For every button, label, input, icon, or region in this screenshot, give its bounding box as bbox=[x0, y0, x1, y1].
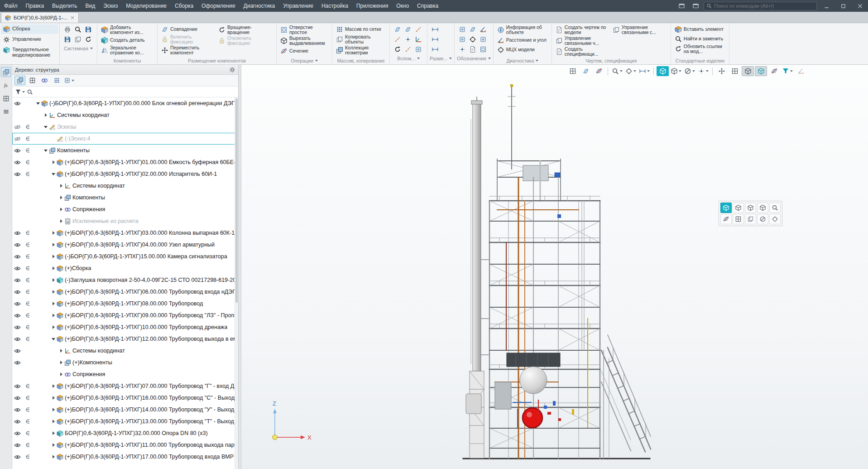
datum-plane-button[interactable] bbox=[392, 24, 403, 34]
pattern-grid-button[interactable]: Массив по сетке bbox=[335, 24, 387, 34]
tree-row[interactable]: (-)БОР(Г)0,6-3(60РД-1-УПХГ)15.00.000 Кам… bbox=[12, 251, 238, 262]
tree-filter-input[interactable] bbox=[35, 89, 235, 95]
mass-properties-button[interactable]: МЦХ модели bbox=[496, 45, 549, 54]
expand-arrow-icon[interactable] bbox=[58, 349, 64, 353]
distance-angle-button[interactable]: Расстояние и угол bbox=[496, 35, 549, 45]
orientation-button[interactable] bbox=[670, 66, 682, 76]
cut-extrude-button[interactable]: Вырезать выдавливанием bbox=[279, 35, 330, 46]
save-button[interactable] bbox=[83, 24, 93, 34]
menu-item[interactable]: Моделирование bbox=[122, 0, 171, 12]
save-all-button[interactable] bbox=[62, 34, 72, 44]
display-options-button[interactable] bbox=[63, 76, 74, 85]
filter-funnel-icon[interactable] bbox=[15, 89, 25, 95]
panel-menu[interactable] bbox=[1, 106, 11, 116]
mode-assembly-button[interactable]: Сборка bbox=[1, 24, 58, 34]
datum-point-button[interactable] bbox=[403, 34, 413, 44]
collapse-arrow-icon[interactable] bbox=[35, 102, 41, 105]
expand-arrow-icon[interactable] bbox=[58, 208, 64, 211]
weld-button[interactable] bbox=[478, 34, 488, 44]
collapse-arrow-icon[interactable] bbox=[43, 150, 49, 152]
printer-button[interactable] bbox=[62, 24, 72, 34]
create-specification-button[interactable]: Создать спецификаци... bbox=[554, 46, 611, 57]
menu-item[interactable]: Выделить bbox=[48, 0, 81, 12]
menu-item[interactable]: Справка bbox=[413, 0, 442, 12]
collapse-arrow-icon[interactable] bbox=[43, 126, 49, 128]
visibility-icon[interactable] bbox=[12, 313, 23, 318]
expand-arrow-icon[interactable] bbox=[50, 243, 57, 247]
tree-row[interactable]: Системы координат bbox=[12, 180, 238, 192]
tree-row[interactable]: (+)БОР(Г)0,6-3(60РД-1-УПХГ)03.00.000 Кол… bbox=[12, 227, 238, 239]
collapse-arrow-icon[interactable] bbox=[50, 173, 57, 175]
manage-linked-drawings-button[interactable]: Управление связанными ч... bbox=[554, 35, 611, 46]
ribbon-group-label[interactable]: Массив, копирование bbox=[335, 57, 387, 64]
orient-plane-button[interactable] bbox=[580, 66, 592, 76]
manage-linked-specs-button[interactable]: Управление связанными с... bbox=[611, 24, 668, 35]
tree-row[interactable]: (+)БОР(Г)0,6-3(60РД-1-УПХГ)04.00.000 Узе… bbox=[12, 239, 238, 251]
expand-arrow-icon[interactable] bbox=[50, 325, 57, 329]
expand-arrow-icon[interactable] bbox=[50, 255, 57, 258]
spiral-button[interactable] bbox=[392, 44, 403, 54]
datum-axis-button[interactable] bbox=[413, 24, 423, 34]
visibility-icon[interactable] bbox=[12, 231, 23, 236]
structure-view-button[interactable] bbox=[14, 76, 25, 85]
tree-row[interactable]: Сопряжения bbox=[12, 368, 238, 380]
mode-solid-modeling-button[interactable]: Твердотельное моделирование bbox=[1, 45, 58, 59]
dimension-auto-button[interactable] bbox=[430, 24, 440, 34]
menu-item[interactable]: Сборка bbox=[171, 0, 197, 12]
visibility-icon[interactable] bbox=[12, 419, 23, 424]
visibility-icon[interactable] bbox=[12, 290, 23, 295]
mate-rotation-button[interactable]: Вращение-вращение bbox=[217, 24, 274, 35]
tree-row[interactable]: (+)Сборка bbox=[12, 262, 238, 274]
tree-row[interactable]: Исключенные из расчета bbox=[12, 215, 238, 227]
tree-row[interactable]: Компоненты bbox=[12, 145, 238, 156]
collapse-arrow-icon[interactable] bbox=[50, 338, 57, 340]
expand-arrow-icon[interactable] bbox=[50, 290, 57, 294]
section-tool-4-button[interactable] bbox=[757, 214, 768, 224]
display-filter-button[interactable] bbox=[781, 66, 794, 76]
section-tool-5-button[interactable] bbox=[769, 214, 781, 224]
tree-row[interactable]: (+)Компоненты bbox=[12, 357, 238, 368]
section-tool-3-button[interactable] bbox=[745, 214, 756, 224]
expand-arrow-icon[interactable] bbox=[50, 431, 57, 435]
create-drawing-button[interactable]: Создать чертеж по модели bbox=[554, 24, 611, 35]
object-info-button[interactable]: Информация об объекте bbox=[496, 24, 549, 35]
expand-arrow-icon[interactable] bbox=[50, 278, 57, 282]
visibility-icon[interactable] bbox=[12, 160, 23, 165]
variables-panel[interactable]: fx bbox=[1, 80, 11, 90]
view-hidden-lines-button[interactable] bbox=[757, 203, 768, 213]
menu-item[interactable]: Приложения bbox=[352, 0, 392, 12]
center-mark-button[interactable] bbox=[467, 34, 478, 44]
visibility-icon[interactable] bbox=[12, 443, 23, 448]
expand-arrow-icon[interactable] bbox=[58, 219, 64, 223]
tree-row[interactable]: (-)Заглушка поворотная 2-50-4,0-09Г2С-15… bbox=[12, 274, 238, 286]
visibility-icon[interactable] bbox=[12, 101, 23, 106]
tree-row[interactable]: (+)БОР(Г)0,6-3(60РД-1-УПХГ)14.00.000 Тру… bbox=[12, 404, 238, 416]
expand-arrow-icon[interactable] bbox=[50, 231, 57, 235]
undo-button[interactable] bbox=[83, 34, 93, 44]
ribbon-group-label[interactable]: Операции bbox=[279, 57, 330, 64]
layers-panel[interactable] bbox=[1, 93, 11, 103]
orient-plane-2-button[interactable] bbox=[593, 66, 605, 76]
ribbon-group-label[interactable]: Чертеж, спецификация bbox=[554, 57, 668, 64]
menu-item[interactable]: Окно bbox=[392, 0, 413, 12]
screen-settings-icon[interactable] bbox=[676, 1, 687, 10]
visibility-icon[interactable] bbox=[12, 242, 23, 247]
insert-element-button[interactable]: Вставить элемент bbox=[673, 24, 727, 34]
tree-row[interactable]: (+)БОР(Г)0,6-3(60РД-1-УПХГ)07.00.000 Тру… bbox=[12, 380, 238, 392]
mirror-components-button[interactable]: Зеркальное отражение ко... bbox=[100, 45, 155, 56]
marker-button[interactable] bbox=[457, 44, 467, 54]
copy-properties-button[interactable] bbox=[72, 34, 83, 44]
tree-row[interactable]: (+)БОР(Г)0,6-3(60РД-1-УПХГ)02.00.000 Исп… bbox=[12, 168, 238, 180]
zoom-commands-button[interactable] bbox=[611, 66, 623, 76]
note-button[interactable] bbox=[467, 44, 478, 54]
view-projection-button[interactable] bbox=[742, 66, 754, 76]
expand-arrow-icon[interactable] bbox=[50, 408, 57, 411]
visibility-icon[interactable] bbox=[12, 348, 23, 353]
visibility-icon[interactable] bbox=[12, 266, 23, 271]
visibility-off-icon[interactable] bbox=[12, 125, 23, 130]
menu-item[interactable]: Оформление bbox=[197, 0, 239, 12]
tree-row[interactable]: БОР(Г)0,6-3(60РД-1-УПХГ)32.00.000 Опора … bbox=[12, 427, 238, 439]
ribbon-group-label[interactable]: Обозначения bbox=[457, 54, 491, 62]
visibility-icon[interactable] bbox=[12, 325, 23, 330]
menu-item[interactable]: Диагностика bbox=[240, 0, 279, 12]
